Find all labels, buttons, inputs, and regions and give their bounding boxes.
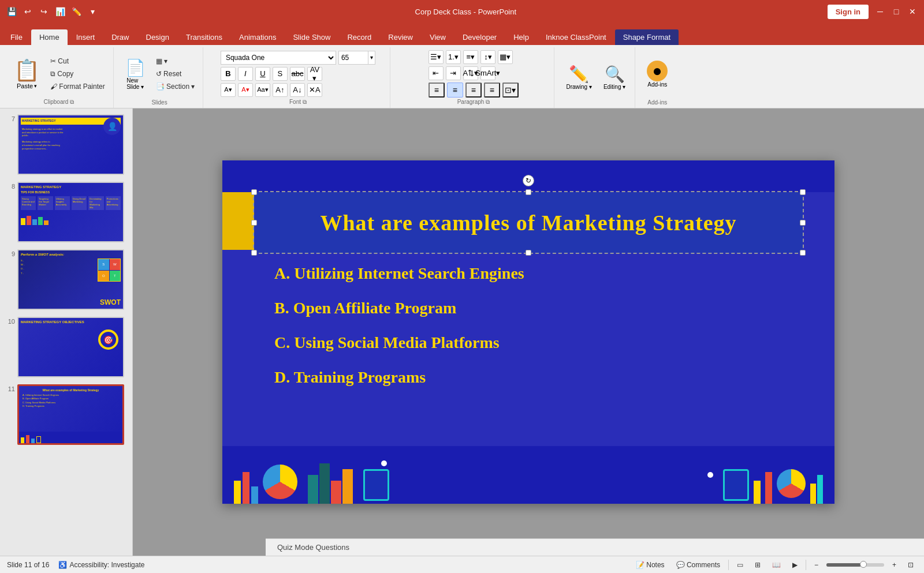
slide-title-box[interactable]: ↻ What are examples of Marketing Strateg… (254, 192, 803, 253)
slide-sorter-button[interactable]: ⊞ (751, 560, 764, 570)
font-size-input[interactable] (339, 54, 368, 62)
more-icon[interactable]: ▾ (85, 5, 99, 18)
slide-item-8[interactable]: 8 MARKETING STRATEGY TIPS FOR BUSINESS S… (2, 181, 130, 244)
multilevel-button[interactable]: ≡▾ (463, 50, 478, 64)
align-left-button[interactable]: ≡ (429, 83, 445, 98)
handle-tr[interactable] (800, 189, 806, 195)
addins-button[interactable]: ● Add-ins (642, 58, 672, 90)
slide-thumb-7[interactable]: MARKETING STRATEGY Marketing strategy is… (17, 114, 124, 175)
increase-font-button[interactable]: A↑ (273, 83, 288, 97)
tab-file[interactable]: File (2, 29, 31, 45)
tab-help[interactable]: Help (505, 29, 537, 45)
zoom-in-button[interactable]: + (889, 560, 900, 570)
tab-slideshow[interactable]: Slide Show (285, 29, 338, 45)
handle-bc[interactable] (526, 250, 531, 256)
paragraph-expand-icon[interactable]: ⧉ (486, 99, 490, 105)
tab-review[interactable]: Review (380, 29, 421, 45)
slide-title[interactable]: What are examples of Marketing Strategy (320, 210, 736, 235)
tab-transitions[interactable]: Transitions (178, 29, 230, 45)
present-icon[interactable]: 📊 (53, 5, 67, 18)
section-button[interactable]: 📑 Section ▾ (152, 81, 199, 92)
text-highlight-button[interactable]: A▾ (221, 83, 236, 97)
tab-design[interactable]: Design (138, 29, 177, 45)
font-case-button[interactable]: Aa▾ (255, 83, 270, 97)
slide-thumb-8[interactable]: MARKETING STRATEGY TIPS FOR BUSINESS Str… (17, 182, 124, 242)
decrease-font-button[interactable]: A↓ (290, 83, 305, 97)
accessibility-info[interactable]: ♿ Accessibility: Investigate (58, 561, 144, 569)
redo-icon[interactable]: ↪ (37, 5, 51, 18)
paste-button[interactable]: 📋 Paste ▾ (9, 56, 44, 92)
close-icon[interactable]: ✕ (906, 5, 919, 18)
clear-format-button[interactable]: ✕A (307, 83, 322, 97)
notes-button[interactable]: 📝 Notes (632, 560, 668, 570)
slide-item-11[interactable]: 11 What are examples of Marketing Strate… (2, 383, 130, 446)
font-family-select[interactable]: Squada One (221, 51, 336, 65)
undo-icon[interactable]: ↩ (21, 5, 35, 18)
format-painter-button[interactable]: 🖌 Format Painter (47, 81, 109, 92)
indent-decrease-button[interactable]: ⇤ (429, 66, 444, 80)
rotate-handle[interactable]: ↻ (523, 175, 534, 186)
tab-inknoe[interactable]: Inknoe ClassPoint (538, 29, 614, 45)
tab-developer[interactable]: Developer (454, 29, 505, 45)
tab-record[interactable]: Record (339, 29, 379, 45)
layout-button[interactable]: ▦ ▾ (152, 56, 199, 66)
handle-ml[interactable] (251, 220, 257, 226)
zoom-slider[interactable] (826, 563, 884, 567)
shadow-button[interactable]: S (273, 67, 288, 81)
zoom-thumb[interactable] (860, 561, 867, 568)
slide-thumb-11[interactable]: What are examples of Marketing Strategy … (17, 384, 124, 445)
drawing-button[interactable]: ✏️ Drawing ▾ (561, 62, 596, 92)
restore-icon[interactable]: □ (889, 5, 903, 18)
reading-view-button[interactable]: 📖 (769, 560, 784, 570)
save-icon[interactable]: 💾 (5, 5, 18, 18)
fit-to-window-button[interactable]: ⊡ (904, 560, 917, 570)
font-color-button[interactable]: A▾ (238, 83, 253, 97)
sign-in-button[interactable]: Sign in (828, 5, 869, 19)
copy-button[interactable]: ⧉ Copy (47, 69, 109, 79)
tab-shapeformat[interactable]: Shape Format (615, 29, 679, 45)
font-expand-icon[interactable]: ⧉ (303, 99, 307, 105)
handle-bl[interactable] (251, 250, 257, 256)
slide-item-9[interactable]: 9 Perform a SWOT analysis: S -W -O -T - … (2, 248, 130, 311)
font-size-arrow[interactable]: ▾ (368, 51, 375, 64)
numbering-button[interactable]: 1.▾ (446, 50, 461, 64)
zoom-out-button[interactable]: − (811, 560, 822, 570)
reset-button[interactable]: ↺ Reset (152, 69, 199, 79)
tab-draw[interactable]: Draw (103, 29, 137, 45)
char-spacing-button[interactable]: AV ▾ (307, 67, 322, 81)
editing-button[interactable]: 🔍 Editing ▾ (599, 62, 630, 92)
strikethrough-button[interactable]: abc (290, 67, 305, 81)
handle-br[interactable] (800, 250, 806, 256)
font-size-combo[interactable]: ▾ (338, 51, 375, 65)
cut-button[interactable]: ✂ Cut (47, 56, 109, 66)
pen-icon[interactable]: ✏️ (69, 5, 83, 18)
tab-animations[interactable]: Animations (231, 29, 284, 45)
handle-tl[interactable] (251, 189, 257, 195)
smart-art-button[interactable]: SmArt▾ (480, 66, 495, 80)
line-spacing-button[interactable]: ↕▾ (480, 50, 495, 64)
slide-item-10[interactable]: 10 MARKETING STRATEGY OBJECTIVES 🎯 (2, 316, 130, 379)
minimize-icon[interactable]: ─ (873, 5, 887, 18)
clipboard-expand-icon[interactable]: ⧉ (70, 99, 74, 105)
tab-insert[interactable]: Insert (68, 29, 103, 45)
italic-button[interactable]: I (238, 67, 253, 81)
slideshow-button[interactable]: ▶ (789, 560, 801, 570)
bullets-button[interactable]: ☰▾ (429, 50, 444, 64)
align-right-button[interactable]: ≡ (465, 83, 482, 98)
justify-button[interactable]: ≡ (484, 83, 500, 98)
comments-button[interactable]: 💬 Comments (673, 560, 724, 570)
slide-item-7[interactable]: 7 MARKETING STRATEGY Marketing strategy … (2, 113, 130, 176)
slide-thumb-9[interactable]: Perform a SWOT analysis: S -W -O -T - S … (17, 249, 124, 310)
align-center-button[interactable]: ≡ (447, 83, 463, 98)
underline-button[interactable]: U (255, 67, 270, 81)
normal-view-button[interactable]: ▭ (733, 560, 747, 570)
slide-thumb-10[interactable]: MARKETING STRATEGY OBJECTIVES 🎯 (17, 317, 124, 377)
columns-button[interactable]: ▦▾ (498, 50, 513, 64)
tab-view[interactable]: View (422, 29, 454, 45)
indent-increase-button[interactable]: ⇥ (446, 66, 461, 80)
handle-mr[interactable] (800, 220, 806, 226)
bold-button[interactable]: B (221, 67, 236, 81)
new-slide-button[interactable]: 📄 New Slide ▾ (121, 56, 150, 92)
handle-tc[interactable] (526, 189, 531, 195)
text-box-button[interactable]: ⊡▾ (502, 83, 519, 98)
